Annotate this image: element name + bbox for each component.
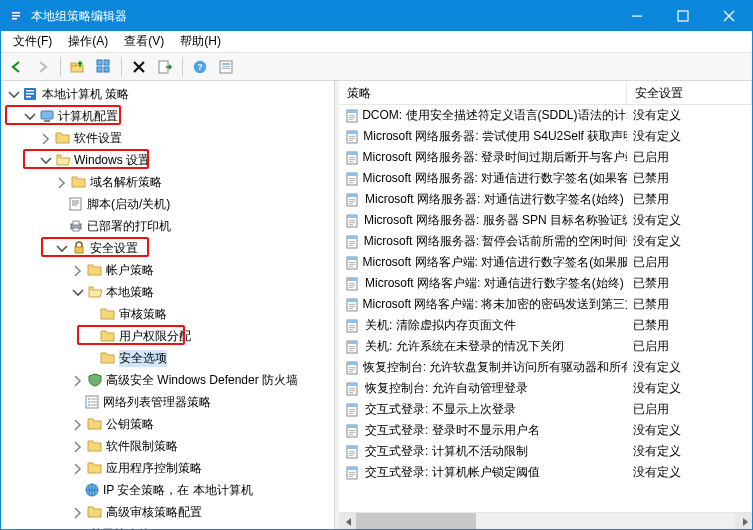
chevron-down-icon[interactable] <box>6 87 20 101</box>
list-row[interactable]: Microsoft 网络服务器: 暂停会话前所需的空闲时间数量没有定义 <box>339 231 752 252</box>
policy-value: 没有定义 <box>627 422 752 439</box>
menu-help[interactable]: 帮助(H) <box>172 31 229 52</box>
tree-item-security-options[interactable]: 安全选项 <box>3 347 334 369</box>
policy-icon <box>345 423 361 439</box>
tree-item-audit-policy[interactable]: 审核策略 <box>3 303 334 325</box>
tree-label: 高级审核策略配置 <box>106 504 202 521</box>
list-row[interactable]: Microsoft 网络服务器: 登录时间过期后断开与客户端的连接已启用 <box>339 147 752 168</box>
tree-label: 本地策略 <box>106 284 154 301</box>
tree-item-user-rights[interactable]: 用户权限分配 <box>3 325 334 347</box>
tree-item-windows-settings[interactable]: Windows 设置 <box>3 149 334 171</box>
tree-item-security-settings[interactable]: 安全设置 <box>3 237 334 259</box>
tree-panel[interactable]: 本地计算机 策略 计算机配置 软件设置 <box>1 81 335 529</box>
list-row[interactable]: Microsoft 网络服务器: 服务器 SPN 目标名称验证级别没有定义 <box>339 210 752 231</box>
list-row[interactable]: Microsoft 网络服务器: 对通信进行数字签名(始终)已禁用 <box>339 189 752 210</box>
tree-item-app-control[interactable]: 应用程序控制策略 <box>3 457 334 479</box>
toolbar-help-button[interactable] <box>188 56 212 78</box>
folder-icon <box>87 460 103 476</box>
policy-icon <box>345 297 358 313</box>
policy-value: 已禁用 <box>627 170 752 187</box>
toolbar-back-button[interactable] <box>5 56 29 78</box>
scroll-thumb[interactable] <box>356 513 476 530</box>
toolbar-sep <box>60 57 61 77</box>
menu-file[interactable]: 文件(F) <box>5 31 60 52</box>
toolbar-showhide-button[interactable] <box>92 56 116 78</box>
tree-item-deployed-printers[interactable]: 已部署的打印机 <box>3 215 334 237</box>
policy-icon <box>345 255 359 271</box>
chevron-down-icon[interactable] <box>22 109 36 123</box>
tree-item-public-key[interactable]: 公钥策略 <box>3 413 334 435</box>
list-row[interactable]: 恢复控制台: 允许自动管理登录没有定义 <box>339 378 752 399</box>
tree-item-dns-policy[interactable]: 域名解析策略 <box>3 171 334 193</box>
chevron-right-icon[interactable] <box>38 131 52 145</box>
chevron-right-icon[interactable] <box>54 527 68 529</box>
tree-label: 高级安全 Windows Defender 防火墙 <box>106 372 298 389</box>
policy-name: Microsoft 网络客户端: 对通信进行数字签名(始终) <box>365 275 624 292</box>
chevron-down-icon[interactable] <box>54 241 68 255</box>
toolbar-up-button[interactable] <box>66 56 90 78</box>
scroll-left-button[interactable] <box>339 513 356 530</box>
folder-icon <box>71 174 87 190</box>
list-row[interactable]: 交互式登录: 不显示上次登录已启用 <box>339 399 752 420</box>
scroll-right-button[interactable] <box>735 513 752 530</box>
list-row[interactable]: 恢复控制台: 允许软盘复制并访问所有驱动器和所有文件夹没有定义 <box>339 357 752 378</box>
menubar: 文件(F) 操作(A) 查看(V) 帮助(H) <box>1 31 752 53</box>
chevron-right-icon[interactable] <box>70 417 84 431</box>
tree-item-qos[interactable]: 基于策略的 QoS <box>3 523 334 529</box>
window-maximize-button[interactable] <box>660 1 706 31</box>
tree-item-scripts[interactable]: 脚本(启动/关机) <box>3 193 334 215</box>
chevron-right-icon[interactable] <box>70 461 84 475</box>
list-column-policy[interactable]: 策略 <box>339 81 627 104</box>
titlebar[interactable]: 本地组策略编辑器 <box>1 1 752 31</box>
menu-action[interactable]: 操作(A) <box>60 31 116 52</box>
list-row[interactable]: Microsoft 网络服务器: 尝试使用 S4U2Self 获取声明信息没有定… <box>339 126 752 147</box>
tree-item-local-policies[interactable]: 本地策略 <box>3 281 334 303</box>
chevron-right-icon[interactable] <box>54 175 68 189</box>
toolbar <box>1 53 752 81</box>
tree-item-software-restriction[interactable]: 软件限制策略 <box>3 435 334 457</box>
list-body[interactable]: DCOM: 使用安全描述符定义语言(SDDL)语法的计算机启动...没有定义Mi… <box>339 105 752 512</box>
book-icon <box>23 86 39 102</box>
policy-name: 交互式登录: 不显示上次登录 <box>365 401 516 418</box>
list-column-security-setting[interactable]: 安全设置 <box>627 81 752 104</box>
menu-view[interactable]: 查看(V) <box>116 31 172 52</box>
tree-item-advanced-audit[interactable]: 高级审核策略配置 <box>3 501 334 523</box>
horizontal-scrollbar[interactable] <box>339 512 752 529</box>
list-row[interactable]: 关机: 允许系统在未登录的情况下关闭已启用 <box>339 336 752 357</box>
tree-item-account-policies[interactable]: 帐户策略 <box>3 259 334 281</box>
toolbar-forward-button[interactable] <box>31 56 55 78</box>
folder-icon <box>100 306 116 322</box>
list-row[interactable]: 交互式登录: 登录时不显示用户名没有定义 <box>339 420 752 441</box>
policy-name: 恢复控制台: 允许自动管理登录 <box>365 380 528 397</box>
tree-item-computer-config[interactable]: 计算机配置 <box>3 105 334 127</box>
chevron-right-icon[interactable] <box>70 373 84 387</box>
list-row[interactable]: Microsoft 网络客户端: 对通信进行数字签名(如果服务器允...已启用 <box>339 252 752 273</box>
toolbar-delete-button[interactable] <box>127 56 151 78</box>
policy-icon <box>345 129 359 145</box>
chevron-down-icon[interactable] <box>38 153 52 167</box>
scroll-track[interactable] <box>356 513 735 530</box>
list-row[interactable]: 交互式登录: 计算机帐户锁定阈值没有定义 <box>339 462 752 483</box>
list-row[interactable]: Microsoft 网络客户端: 将未加密的密码发送到第三方 SMB...已禁用 <box>339 294 752 315</box>
policy-icon <box>345 360 359 376</box>
list-row[interactable]: Microsoft 网络客户端: 对通信进行数字签名(始终)已禁用 <box>339 273 752 294</box>
chevron-right-icon[interactable] <box>70 505 84 519</box>
chevron-down-icon[interactable] <box>70 285 84 299</box>
tree-item-defender-firewall[interactable]: 高级安全 Windows Defender 防火墙 <box>3 369 334 391</box>
window-close-button[interactable] <box>706 1 752 31</box>
tree-item-software-settings[interactable]: 软件设置 <box>3 127 334 149</box>
list-row[interactable]: 关机: 清除虚拟内存页面文件已禁用 <box>339 315 752 336</box>
tree-item-network-list[interactable]: 网络列表管理器策略 <box>3 391 334 413</box>
tree-label: 网络列表管理器策略 <box>103 394 211 411</box>
tree-item-ipsec[interactable]: IP 安全策略，在 本地计算机 <box>3 479 334 501</box>
chevron-right-icon[interactable] <box>70 439 84 453</box>
tree-item-root[interactable]: 本地计算机 策略 <box>3 83 334 105</box>
chevron-right-icon[interactable] <box>70 263 84 277</box>
toolbar-properties-button[interactable] <box>214 56 238 78</box>
list-row[interactable]: 交互式登录: 计算机不活动限制没有定义 <box>339 441 752 462</box>
window-minimize-button[interactable] <box>614 1 660 31</box>
toolbar-export-button[interactable] <box>153 56 177 78</box>
list-row[interactable]: DCOM: 使用安全描述符定义语言(SDDL)语法的计算机启动...没有定义 <box>339 105 752 126</box>
policy-icon <box>345 108 358 124</box>
list-row[interactable]: Microsoft 网络服务器: 对通信进行数字签名(如果客户端允...已禁用 <box>339 168 752 189</box>
